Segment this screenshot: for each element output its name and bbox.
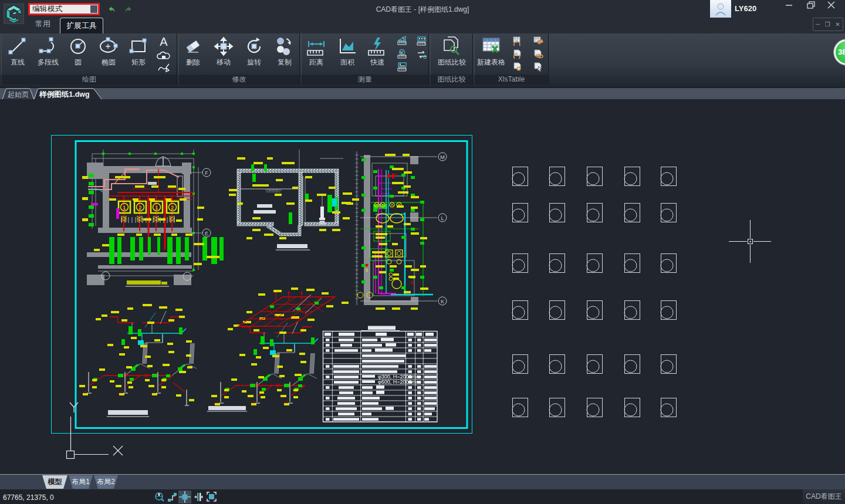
svg-text:φ600, H=2000mm: φ600, H=2000mm	[378, 379, 421, 385]
svg-text:8: 8	[366, 268, 368, 272]
svg-text:F: F	[205, 170, 208, 176]
svg-text:L: L	[441, 215, 444, 221]
svg-text:2: 2	[138, 205, 141, 211]
svg-text:M: M	[440, 154, 445, 160]
svg-text:A: A	[160, 35, 168, 48]
svg-text:样例图纸1.dwg: 样例图纸1.dwg	[39, 90, 89, 99]
svg-text:2: 2	[171, 205, 174, 211]
svg-text:起始页: 起始页	[8, 90, 29, 99]
svg-text:K: K	[441, 299, 444, 305]
svg-text:1: 1	[155, 205, 158, 211]
svg-text:1: 1	[123, 205, 126, 211]
svg-text:E: E	[205, 231, 208, 236]
